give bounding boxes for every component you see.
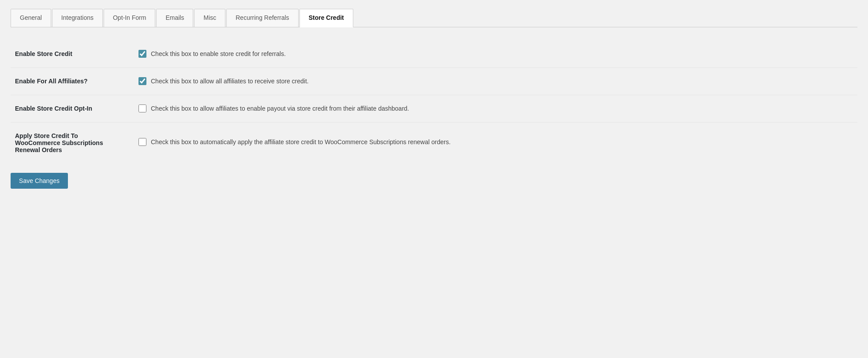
save-changes-button[interactable]: Save Changes bbox=[11, 173, 68, 189]
checkbox-enable-for-all-affiliates[interactable] bbox=[138, 77, 146, 85]
tab-emails[interactable]: Emails bbox=[156, 9, 193, 27]
setting-value-enable-store-credit: Check this box to enable store credit fo… bbox=[134, 41, 857, 68]
tab-store-credit[interactable]: Store Credit bbox=[299, 9, 353, 27]
setting-description-enable-for-all-affiliates: Check this box to allow all affiliates t… bbox=[151, 77, 309, 86]
checkbox-apply-store-credit-woocommerce[interactable] bbox=[138, 138, 146, 146]
setting-label-enable-store-credit: Enable Store Credit bbox=[11, 41, 134, 68]
checkbox-enable-store-credit[interactable] bbox=[138, 50, 146, 58]
settings-tbody: Enable Store CreditCheck this box to ena… bbox=[11, 41, 857, 162]
tab-misc[interactable]: Misc bbox=[194, 9, 225, 27]
tab-recurring-referrals[interactable]: Recurring Referrals bbox=[226, 9, 298, 27]
setting-row-enable-for-all-affiliates: Enable For All Affiliates?Check this box… bbox=[11, 67, 857, 95]
setting-label-enable-store-credit-opt-in: Enable Store Credit Opt-In bbox=[11, 95, 134, 122]
field-row-apply-store-credit-woocommerce: Check this box to automatically apply th… bbox=[138, 138, 853, 147]
setting-value-apply-store-credit-woocommerce: Check this box to automatically apply th… bbox=[134, 122, 857, 162]
field-row-enable-store-credit-opt-in: Check this box to allow affiliates to en… bbox=[138, 104, 853, 113]
setting-description-enable-store-credit-opt-in: Check this box to allow affiliates to en… bbox=[151, 104, 409, 113]
setting-label-apply-store-credit-woocommerce: Apply Store Credit To WooCommerce Subscr… bbox=[11, 122, 134, 162]
setting-value-enable-store-credit-opt-in: Check this box to allow affiliates to en… bbox=[134, 95, 857, 122]
field-row-enable-store-credit: Check this box to enable store credit fo… bbox=[138, 49, 853, 59]
setting-value-enable-for-all-affiliates: Check this box to allow all affiliates t… bbox=[134, 67, 857, 95]
settings-table: Enable Store CreditCheck this box to ena… bbox=[11, 41, 857, 162]
setting-label-enable-for-all-affiliates: Enable For All Affiliates? bbox=[11, 67, 134, 95]
tabs-nav: GeneralIntegrationsOpt-In FormEmailsMisc… bbox=[11, 9, 857, 27]
setting-description-apply-store-credit-woocommerce: Check this box to automatically apply th… bbox=[151, 138, 451, 147]
page-container: GeneralIntegrationsOpt-In FormEmailsMisc… bbox=[0, 0, 868, 198]
setting-row-apply-store-credit-woocommerce: Apply Store Credit To WooCommerce Subscr… bbox=[11, 122, 857, 162]
field-row-enable-for-all-affiliates: Check this box to allow all affiliates t… bbox=[138, 77, 853, 86]
setting-row-enable-store-credit-opt-in: Enable Store Credit Opt-InCheck this box… bbox=[11, 95, 857, 122]
tab-integrations[interactable]: Integrations bbox=[52, 9, 103, 27]
tab-opt-in-form[interactable]: Opt-In Form bbox=[104, 9, 155, 27]
checkbox-enable-store-credit-opt-in[interactable] bbox=[138, 104, 146, 112]
setting-row-enable-store-credit: Enable Store CreditCheck this box to ena… bbox=[11, 41, 857, 68]
setting-description-enable-store-credit: Check this box to enable store credit fo… bbox=[151, 49, 286, 59]
tab-general[interactable]: General bbox=[11, 9, 51, 27]
